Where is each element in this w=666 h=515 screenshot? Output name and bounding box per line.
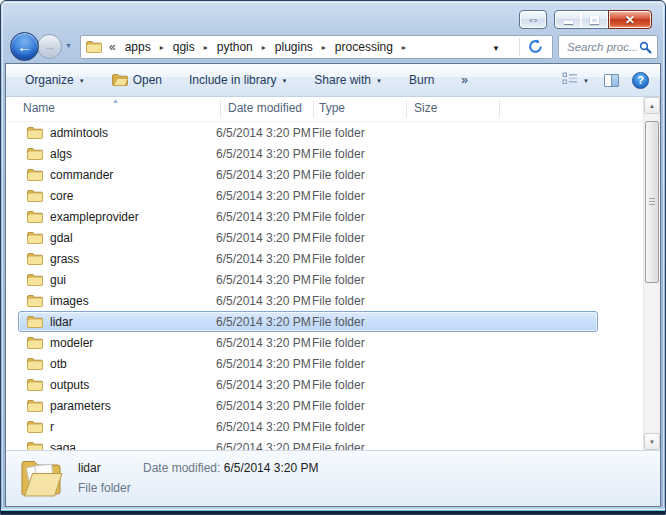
- file-date-modified: 6/5/2014 3:20 PM: [216, 399, 312, 413]
- column-separator[interactable]: [499, 100, 500, 118]
- breadcrumb-item[interactable]: apps ▸: [120, 38, 168, 56]
- window-bottom-edge: [1, 507, 665, 514]
- minimize-icon: [564, 21, 573, 24]
- file-row-name-cell: outputs: [19, 378, 216, 392]
- scroll-down-button[interactable]: ▼: [644, 433, 660, 450]
- forward-button[interactable]: →: [37, 34, 62, 59]
- column-header-name[interactable]: Name: [23, 101, 55, 115]
- breadcrumb-item-label: processing: [330, 38, 398, 56]
- file-type: File folder: [312, 189, 407, 203]
- refresh-button[interactable]: [522, 39, 548, 57]
- list-view-icon: [562, 72, 578, 88]
- file-date-modified: 6/5/2014 3:20 PM: [216, 252, 312, 266]
- toolbar-item[interactable]: »: [452, 69, 477, 91]
- toolbar-item[interactable]: Share with ▼: [305, 69, 391, 91]
- file-row[interactable]: admintools 6/5/2014 3:20 PM File folder: [18, 122, 598, 143]
- toolbar-item-label: »: [461, 73, 468, 87]
- column-header-size[interactable]: Size: [414, 101, 437, 115]
- file-row[interactable]: commander 6/5/2014 3:20 PM File folder: [18, 164, 598, 185]
- column-separator[interactable]: [220, 100, 221, 118]
- vertical-scrollbar[interactable]: ▲ ▼: [643, 97, 660, 450]
- details-date-value: 6/5/2014 3:20 PM: [224, 461, 319, 475]
- file-row[interactable]: otb 6/5/2014 3:20 PM File folder: [18, 353, 598, 374]
- forward-arrow-icon: →: [43, 39, 56, 54]
- file-date-modified: 6/5/2014 3:20 PM: [216, 126, 312, 140]
- help-button[interactable]: ?: [629, 69, 652, 92]
- file-name: gdal: [50, 231, 73, 245]
- breadcrumb-separator-icon[interactable]: ▸: [398, 43, 410, 52]
- folder-icon: [27, 169, 43, 181]
- back-button[interactable]: ←: [10, 32, 39, 61]
- folder-icon: [27, 253, 43, 265]
- file-row[interactable]: lidar 6/5/2014 3:20 PM File folder: [18, 311, 598, 332]
- breadcrumb-separator-icon[interactable]: ▸: [318, 43, 330, 52]
- maximize-button[interactable]: [581, 10, 609, 29]
- file-date-modified: 6/5/2014 3:20 PM: [216, 231, 312, 245]
- breadcrumb-item[interactable]: plugins ▸: [270, 38, 330, 56]
- folder-icon: [27, 211, 43, 223]
- toolbar-item-label: Include in library: [189, 73, 276, 87]
- toolbar-item[interactable]: Include in library ▼: [180, 69, 296, 91]
- column-header-type[interactable]: Type: [319, 101, 345, 115]
- breadcrumb-item[interactable]: qgis ▸: [168, 38, 212, 56]
- file-row[interactable]: algs 6/5/2014 3:20 PM File folder: [18, 143, 598, 164]
- column-separator[interactable]: [406, 100, 407, 118]
- scroll-up-button[interactable]: ▲: [644, 97, 660, 114]
- file-row[interactable]: parameters 6/5/2014 3:20 PM File folder: [18, 395, 598, 416]
- file-row[interactable]: modeler 6/5/2014 3:20 PM File folder: [18, 332, 598, 353]
- breadcrumb-separator-icon[interactable]: ▸: [156, 43, 168, 52]
- file-date-modified: 6/5/2014 3:20 PM: [216, 168, 312, 182]
- preview-pane-icon: [604, 74, 619, 87]
- toolbar-item[interactable]: Organize ▼: [16, 69, 94, 91]
- breadcrumb-separator-icon[interactable]: ▸: [200, 43, 212, 52]
- history-dropdown-button[interactable]: ▼: [65, 42, 72, 49]
- file-date-modified: 6/5/2014 3:20 PM: [216, 357, 312, 371]
- breadcrumb-item[interactable]: processing ▸: [330, 38, 410, 56]
- details-selected-name: lidar: [78, 461, 101, 475]
- file-row[interactable]: exampleprovider 6/5/2014 3:20 PM File fo…: [18, 206, 598, 227]
- file-row[interactable]: gui 6/5/2014 3:20 PM File folder: [18, 269, 598, 290]
- change-view-button[interactable]: ▼: [557, 68, 594, 92]
- file-row[interactable]: core 6/5/2014 3:20 PM File folder: [18, 185, 598, 206]
- file-row[interactable]: saga 6/5/2014 3:20 PM File folder: [18, 437, 598, 450]
- toolbar-items: Organize ▼ Open Include in library ▼ Sha…: [6, 69, 477, 91]
- toolbar-item-label: Share with: [314, 73, 371, 87]
- file-row-name-cell: gdal: [19, 231, 216, 245]
- client-area: Organize ▼ Open Include in library ▼ Sha…: [5, 63, 661, 507]
- file-type: File folder: [312, 420, 407, 434]
- address-bar[interactable]: « apps ▸ qgis ▸ python ▸ plugins ▸ proce…: [80, 35, 553, 59]
- breadcrumb-separator-icon[interactable]: ▸: [258, 43, 270, 52]
- search-icon[interactable]: [639, 41, 652, 54]
- file-date-modified: 6/5/2014 3:20 PM: [216, 315, 312, 329]
- breadcrumb-overflow-chevron[interactable]: «: [109, 40, 116, 54]
- file-type: File folder: [312, 399, 407, 413]
- column-header-date-modified[interactable]: Date modified: [228, 101, 302, 115]
- titlebar: ⇔ ✕: [1, 1, 665, 31]
- close-button[interactable]: ✕: [608, 10, 652, 29]
- file-row[interactable]: r 6/5/2014 3:20 PM File folder: [18, 416, 598, 437]
- command-toolbar: Organize ▼ Open Include in library ▼ Sha…: [6, 64, 660, 97]
- file-type: File folder: [312, 357, 407, 371]
- file-row[interactable]: outputs 6/5/2014 3:20 PM File folder: [18, 374, 598, 395]
- scroll-down-icon: ▼: [649, 439, 655, 445]
- file-row[interactable]: images 6/5/2014 3:20 PM File folder: [18, 290, 598, 311]
- file-row[interactable]: gdal 6/5/2014 3:20 PM File folder: [18, 227, 598, 248]
- scrollbar-thumb[interactable]: [645, 121, 659, 283]
- minimize-button[interactable]: [554, 10, 582, 29]
- toolbar-item[interactable]: Burn: [400, 69, 443, 91]
- address-dropdown-button[interactable]: ▼: [492, 44, 500, 53]
- column-separator[interactable]: [313, 100, 314, 118]
- file-name: admintools: [50, 126, 108, 140]
- search-box: [558, 35, 658, 59]
- file-name: core: [50, 189, 73, 203]
- file-row-name-cell: core: [19, 189, 216, 203]
- search-input[interactable]: [559, 41, 639, 53]
- preview-pane-button[interactable]: [601, 71, 622, 90]
- file-name: grass: [50, 252, 79, 266]
- folder-icon: [27, 337, 43, 349]
- views-dropdown-caret-icon: ▼: [583, 78, 589, 84]
- toolbar-item[interactable]: Open: [103, 69, 171, 91]
- breadcrumb-item[interactable]: python ▸: [212, 38, 270, 56]
- file-row[interactable]: grass 6/5/2014 3:20 PM File folder: [18, 248, 598, 269]
- flip-window-button[interactable]: ⇔: [519, 10, 547, 29]
